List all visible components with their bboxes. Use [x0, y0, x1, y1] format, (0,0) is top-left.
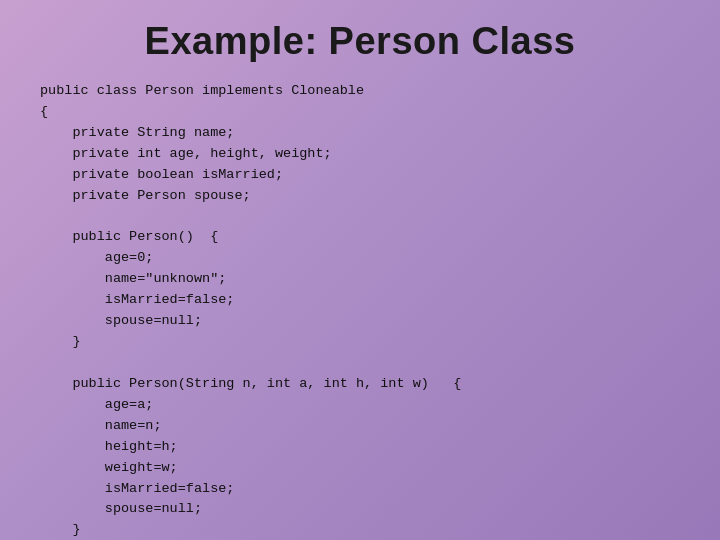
code-block: public class Person implements Cloneable…	[40, 81, 680, 540]
slide-container: Example: Person Class public class Perso…	[0, 0, 720, 540]
slide-title: Example: Person Class	[40, 20, 680, 63]
